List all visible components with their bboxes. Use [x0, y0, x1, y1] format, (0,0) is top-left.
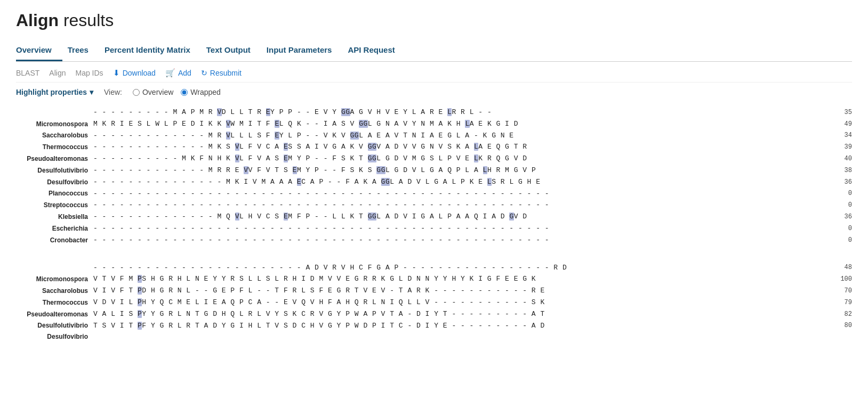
view-overview-radio[interactable]	[133, 89, 140, 96]
align-row-10: Escherichia - - - - - - - - - - - - - - …	[16, 223, 852, 234]
download-label: Download	[123, 69, 156, 77]
highlight-properties-button[interactable]: Highlight properties ▾	[16, 88, 93, 96]
align-seq-7: - - - - - - - - - - - - - - - - - - - - …	[93, 189, 831, 200]
align-label-10: Escherichia	[16, 224, 93, 234]
align-label-7: Planococcus	[16, 189, 93, 199]
align-row-1: Micromonospora M K R I E S L W L P E D I…	[16, 119, 852, 130]
tab-overview[interactable]: Overview	[16, 40, 62, 61]
view-wrapped-radio[interactable]	[181, 89, 188, 96]
align-label-9: Klebsiella	[16, 212, 93, 222]
add-icon: 🛒	[165, 68, 175, 78]
align-seq-b2-2: V I V F T PD H G R N L - - G E P F L - -…	[93, 285, 831, 297]
align-num-b2-5: 80	[831, 321, 852, 331]
align-num-5: 38	[831, 166, 852, 176]
align-num-b2-4: 82	[831, 309, 852, 320]
download-button[interactable]: ⬇ Download	[113, 68, 156, 78]
align-label-b2-3: Thermococcus	[16, 298, 93, 308]
align-seq-4: - - - - - - - - - - M K F N H K VL F V A…	[93, 153, 831, 165]
align-seq-3: - - - - - - - - - - - - - M K S VL F V C…	[93, 142, 831, 153]
alignment-block-2: - - - - - - - - - - - - - - - - - - - - …	[16, 263, 852, 342]
align-row-5: Desulfolutivibrio - - - - - - - - - - - …	[16, 165, 852, 176]
align-num-7: 0	[831, 189, 852, 199]
align-row-b2-2: Saccharolobus V I V F T PD H G R N L - -…	[16, 285, 852, 297]
title-bold: Align	[16, 11, 59, 30]
align-row-4: Pseudoalteromonas - - - - - - - - - - M …	[16, 153, 852, 165]
view-overview-label: Overview	[142, 88, 173, 96]
align-seq-6: - - - - - - - - - - - - - - - M K I V M …	[93, 177, 831, 188]
align-label-6: Desulfovibrio	[16, 177, 93, 187]
add-label: Add	[178, 69, 191, 77]
align-num-4: 40	[831, 154, 852, 164]
align-seq-5: - - - - - - - - - - - - - M R R E VV F V…	[93, 165, 831, 176]
align-seq-8: - - - - - - - - - - - - - - - - - - - - …	[93, 200, 831, 211]
align-row-b2-6: Desulfovibrio	[16, 332, 852, 342]
view-option-wrapped[interactable]: Wrapped	[181, 88, 221, 96]
align-label-b2-6: Desulfovibrio	[16, 332, 93, 342]
align-num-b2-2: 70	[831, 286, 852, 296]
tab-percent-identity-matrix[interactable]: Percent Identity Matrix	[105, 40, 201, 61]
align-row-b2-4: Pseudoalteromonas V A L I S PY Y G R L N…	[16, 309, 852, 320]
align-num-2: 34	[831, 130, 852, 141]
align-label-1: Micromonospora	[16, 119, 93, 129]
add-button[interactable]: 🛒 Add	[165, 68, 191, 78]
align-num-3: 39	[831, 142, 852, 152]
alignment-block-1: - - - - - - - - - M A P M R VD L L T R E…	[16, 107, 852, 246]
align-seq-b2-1: V T V F M PS H G R H L N E Y Y R S L L S…	[93, 274, 831, 285]
align-seq-0: - - - - - - - - - M A P M R VD L L T R E…	[93, 107, 831, 118]
tab-api-request[interactable]: API Request	[348, 40, 405, 61]
view-bar: Highlight properties ▾ View: Overview Wr…	[16, 83, 852, 100]
tab-input-parameters[interactable]: Input Parameters	[267, 40, 343, 61]
align-label-b2-1: Micromonospora	[16, 274, 93, 284]
align-row-b2-3: Thermococcus V D V I L PH Y Q C M E L I …	[16, 297, 852, 308]
align-seq-9: - - - - - - - - - - - - - - M Q VL H V C…	[93, 211, 831, 223]
align-num-9: 36	[831, 212, 852, 222]
align-label-4: Pseudoalteromonas	[16, 154, 93, 164]
align-num-11: 0	[831, 235, 852, 246]
align-row-3: Thermococcus - - - - - - - - - - - - - M…	[16, 142, 852, 153]
align-label-5: Desulfolutivibrio	[16, 166, 93, 176]
align-seq-b2-4: V A L I S PY Y G R L N T G D H Q L R L V…	[93, 309, 831, 320]
page-title: Align results	[16, 11, 852, 30]
tab-trees[interactable]: Trees	[68, 40, 99, 61]
align-seq-b2-0: - - - - - - - - - - - - - - - - - - - - …	[93, 263, 831, 274]
align-label-8: Streptococcus	[16, 200, 93, 210]
align-row-b2-5: Desulfolutivibrio T S V I T PF Y G R L R…	[16, 321, 852, 332]
view-radio-group: Overview Wrapped	[133, 88, 221, 96]
align-label-b2-2: Saccharolobus	[16, 286, 93, 296]
view-option-overview[interactable]: Overview	[133, 88, 173, 96]
tab-text-output[interactable]: Text Output	[206, 40, 261, 61]
download-icon: ⬇	[113, 68, 120, 78]
align-row-0: - - - - - - - - - M A P M R VD L L T R E…	[16, 107, 852, 118]
title-normal: results	[59, 11, 114, 30]
blast-button[interactable]: BLAST	[16, 69, 39, 77]
align-seq-1: M K R I E S L W L P E D I K K VW M I T F…	[93, 119, 831, 130]
toolbar: BLAST Align Map IDs ⬇ Download 🛒 Add ↻ R…	[16, 62, 852, 83]
align-num-0: 35	[831, 108, 852, 118]
align-num-1: 49	[831, 119, 852, 129]
align-button[interactable]: Align	[49, 69, 66, 77]
chevron-down-icon: ▾	[90, 88, 93, 96]
align-num-b2-3: 79	[831, 298, 852, 308]
align-seq-b2-3: V D V I L PH Y Q C M E L I E A Q P C A -…	[93, 297, 831, 308]
align-seq-b2-5: T S V I T PF Y G R L R T A D Y G I H L T…	[93, 321, 831, 332]
highlight-label: Highlight properties	[16, 88, 87, 96]
align-num-6: 36	[831, 177, 852, 187]
align-row-7: Planococcus - - - - - - - - - - - - - - …	[16, 189, 852, 200]
align-label-11: Cronobacter	[16, 235, 93, 246]
resubmit-icon: ↻	[201, 69, 207, 77]
align-label-2: Saccharolobus	[16, 130, 93, 141]
resubmit-button[interactable]: ↻ Resubmit	[201, 69, 242, 77]
align-label-b2-4: Pseudoalteromonas	[16, 309, 93, 320]
align-row-b2-0: - - - - - - - - - - - - - - - - - - - - …	[16, 263, 852, 274]
view-wrapped-label: Wrapped	[190, 88, 221, 96]
align-label-b2-5: Desulfolutivibrio	[16, 321, 93, 331]
align-seq-11: - - - - - - - - - - - - - - - - - - - - …	[93, 235, 831, 246]
align-num-8: 0	[831, 200, 852, 210]
view-label: View:	[104, 88, 122, 96]
align-row-11: Cronobacter - - - - - - - - - - - - - - …	[16, 235, 852, 246]
tabs-nav: Overview Trees Percent Identity Matrix T…	[16, 40, 852, 62]
mapids-button[interactable]: Map IDs	[76, 69, 103, 77]
align-row-b2-1: Micromonospora V T V F M PS H G R H L N …	[16, 274, 852, 285]
align-num-b2-0: 48	[831, 263, 852, 273]
align-seq-2: - - - - - - - - - - - - - M R VL L L S F…	[93, 130, 831, 142]
